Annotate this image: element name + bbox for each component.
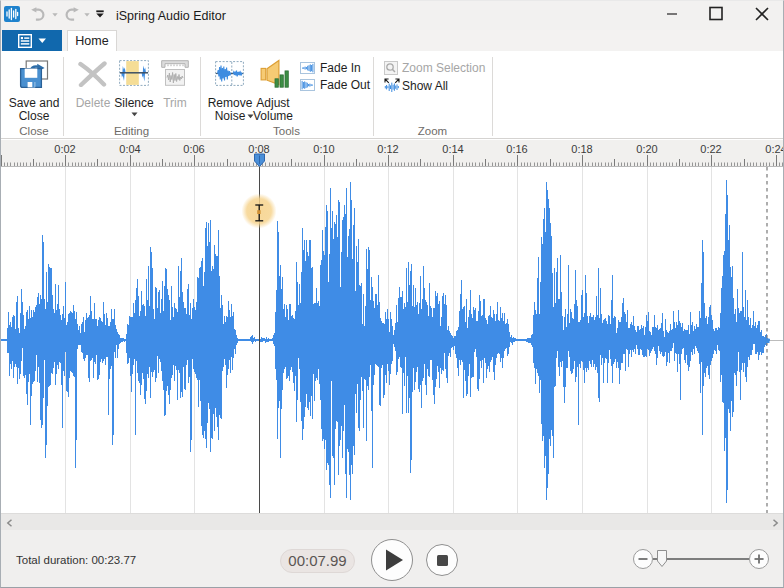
svg-text:0:08: 0:08 — [248, 143, 269, 155]
svg-text:0:04: 0:04 — [119, 143, 140, 155]
svg-text:0:24: 0:24 — [765, 143, 784, 155]
svg-text:0:14: 0:14 — [442, 143, 463, 155]
svg-text:0:20: 0:20 — [636, 143, 657, 155]
svg-text:0:18: 0:18 — [571, 143, 592, 155]
svg-text:0:12: 0:12 — [377, 143, 398, 155]
svg-text:0:22: 0:22 — [700, 143, 721, 155]
svg-text:0:02: 0:02 — [54, 143, 75, 155]
svg-text:0:10: 0:10 — [313, 143, 334, 155]
svg-text:0:16: 0:16 — [506, 143, 527, 155]
svg-text:0:06: 0:06 — [183, 143, 204, 155]
